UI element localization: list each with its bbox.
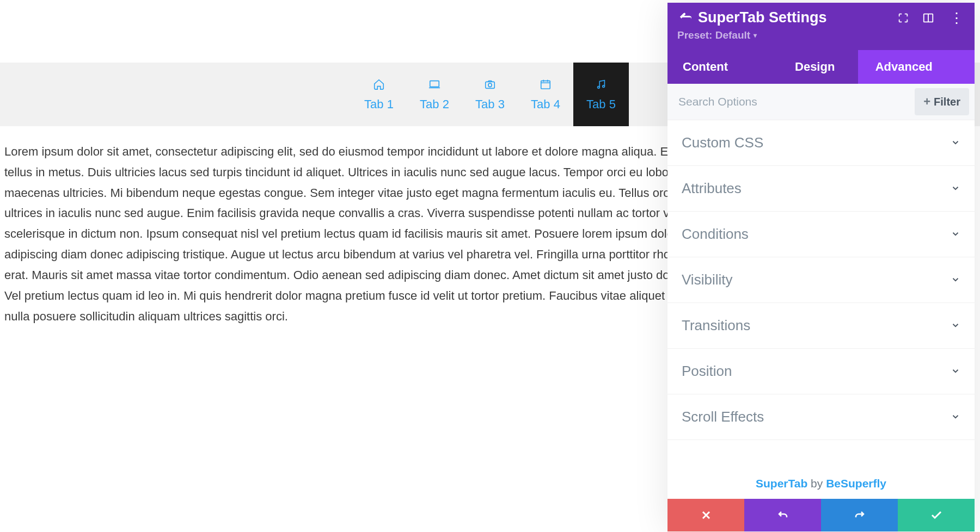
tab-4[interactable]: Tab 4 [518, 63, 573, 126]
tab-content[interactable]: Content [667, 50, 772, 84]
cancel-button[interactable] [667, 499, 744, 531]
filter-label: Filter [934, 96, 960, 108]
option-transitions[interactable]: Transitions [667, 303, 975, 349]
tab-label: Tab 2 [420, 97, 449, 112]
panel-header: SuperTab Settings ⋮ Preset: Default ▾ Co… [667, 3, 975, 84]
chevron-down-icon [951, 317, 960, 334]
svg-rect-0 [430, 81, 439, 86]
chevron-down-icon [951, 409, 960, 425]
tab-5[interactable]: Tab 5 [573, 63, 629, 126]
expand-icon[interactable] [897, 12, 909, 24]
tab-label: Tab 5 [586, 97, 616, 112]
settings-panel: SuperTab Settings ⋮ Preset: Default ▾ Co… [667, 3, 975, 531]
option-scroll-effects[interactable]: Scroll Effects [667, 394, 975, 440]
laptop-icon [428, 78, 440, 91]
author-link[interactable]: BeSuperfly [826, 477, 886, 490]
tab-design[interactable]: Design [772, 50, 858, 84]
chevron-down-icon [951, 363, 960, 380]
svg-rect-1 [486, 82, 495, 88]
panel-tabs: Content Design Advanced [667, 50, 975, 84]
tab-3[interactable]: Tab 3 [462, 63, 518, 126]
redo-button[interactable] [821, 499, 898, 531]
tab-label: Tab 4 [531, 97, 560, 112]
chevron-down-icon [951, 226, 960, 243]
attribution: SuperTab by BeSuperfly [667, 466, 975, 499]
chevron-down-icon: ▾ [754, 32, 757, 39]
chevron-down-icon [951, 134, 960, 151]
chevron-down-icon [951, 180, 960, 197]
option-position[interactable]: Position [667, 349, 975, 394]
svg-rect-3 [541, 81, 550, 89]
tab-2[interactable]: Tab 2 [407, 63, 462, 126]
tab-label: Tab 1 [364, 97, 394, 112]
save-button[interactable] [898, 499, 975, 531]
tab-advanced[interactable]: Advanced [858, 50, 975, 84]
option-custom-css[interactable]: Custom CSS [667, 120, 975, 166]
calendar-icon [540, 78, 552, 91]
svg-point-5 [603, 85, 605, 87]
tab-label: Tab 3 [475, 97, 505, 112]
chevron-down-icon [951, 271, 960, 288]
option-visibility[interactable]: Visibility [667, 257, 975, 303]
filter-button[interactable]: + Filter [915, 88, 969, 115]
home-icon [373, 78, 385, 91]
preset-label: Preset: Default [677, 29, 750, 41]
search-input[interactable] [667, 84, 909, 119]
preset-dropdown[interactable]: Preset: Default ▾ [667, 27, 975, 50]
option-conditions[interactable]: Conditions [667, 212, 975, 257]
back-icon[interactable] [676, 11, 696, 25]
panel-footer [667, 499, 975, 531]
product-link[interactable]: SuperTab [756, 477, 807, 490]
columns-icon[interactable] [922, 12, 934, 24]
tab-1[interactable]: Tab 1 [351, 63, 407, 126]
undo-button[interactable] [744, 499, 821, 531]
svg-point-2 [488, 83, 492, 86]
svg-point-4 [598, 86, 600, 88]
options-list: Custom CSS Attributes Conditions Visibil… [667, 120, 975, 466]
panel-title: SuperTab Settings [698, 9, 827, 26]
search-row: + Filter [667, 84, 975, 120]
option-attributes[interactable]: Attributes [667, 166, 975, 212]
plus-icon: + [923, 95, 930, 109]
music-icon [595, 78, 607, 91]
camera-icon [484, 78, 496, 91]
